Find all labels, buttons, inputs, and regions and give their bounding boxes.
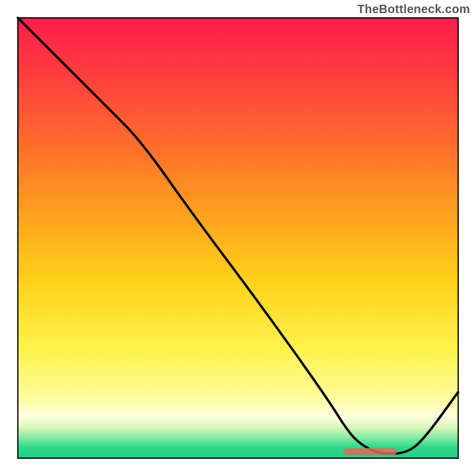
- bottleneck-chart: [0, 0, 476, 476]
- chart-container: TheBottleneck.com: [0, 0, 476, 476]
- optimal-range-marker: [343, 448, 397, 455]
